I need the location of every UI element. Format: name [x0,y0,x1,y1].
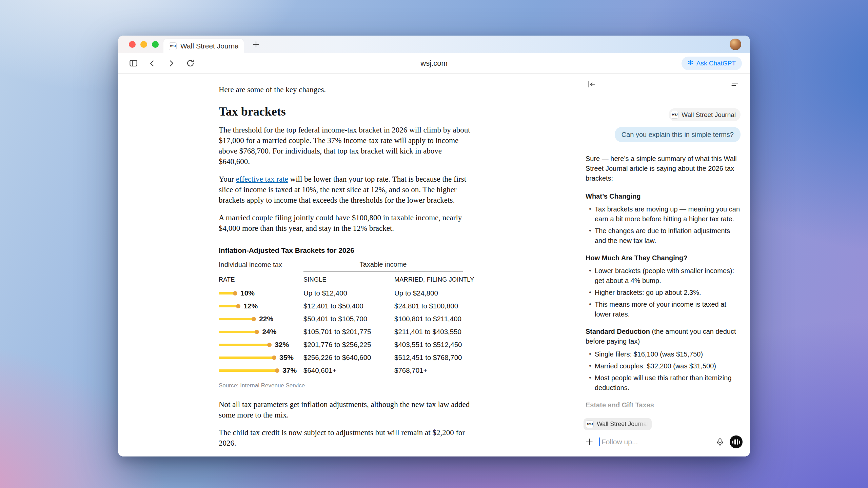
group-label-taxable-income: Taxable income [303,261,463,272]
group-label-individual: Individual income tax [219,261,303,272]
bullet-item: Higher brackets: go up about 2.3%. [586,288,741,298]
sidebar-header [576,74,750,95]
zoom-window-button[interactable] [152,41,159,48]
rate-bar [219,305,237,307]
article-paragraph: Here are some of the key changes. [219,84,470,95]
rate-cell: 22% [219,315,303,323]
bullet-item: This means more of your income is taxed … [586,300,741,319]
married-range: $768,701+ [394,366,470,374]
tax-brackets-table: Inflation-Adjusted Tax Brackets for 2026… [219,246,470,389]
rate-cell: 35% [219,353,303,362]
bullet-list: Estate tax exclusion: $15 million (up fr… [586,413,741,417]
rate-dot [275,368,279,373]
sidebar-menu-icon[interactable] [728,77,742,91]
answer-section: Standard Deduction (the amount you can d… [586,327,741,393]
section-heading: Standard Deduction [586,328,650,335]
rate-dot [236,304,240,308]
address-bar[interactable]: wsj.com [420,59,447,68]
article-paragraph: Not all tax parameters get inflation adj… [219,399,470,420]
bullet-text: Married couples: $32,200 (was $31,500) [595,361,741,371]
followup-input[interactable]: Follow up... [599,438,710,446]
article-paragraph: The child tax credit is now subject to a… [219,427,470,448]
forward-icon[interactable] [164,56,178,70]
sidebar-toggle-icon[interactable] [126,56,140,70]
navigation-icons [126,56,197,70]
paragraph-text: Your [219,175,236,183]
rate-label: 12% [243,302,258,310]
bullet-item: Lower brackets (people with smaller inco… [586,266,741,286]
reload-icon[interactable] [183,56,197,70]
bullet-item: Most people will use this rather than it… [586,373,741,393]
chatgpt-sidebar: WSJ Wall Street Journal Can you explain … [576,74,750,456]
microphone-icon[interactable] [714,436,726,448]
table-row: 22% $50,401 to $105,700 $100,801 to $211… [219,312,470,325]
single-range: $201,776 to $256,225 [303,341,394,349]
section-heading: How Much Are They Changing? [586,254,687,262]
article-paragraph: A married couple filing jointly could ha… [219,212,470,233]
chatgpt-icon [688,60,693,67]
close-window-button[interactable] [129,41,136,48]
profile-avatar[interactable] [730,39,741,50]
rate-label: 37% [282,366,297,374]
new-tab-button[interactable] [249,38,263,51]
rate-bar [219,369,276,372]
rate-label: 35% [279,353,294,362]
single-range: $256,226 to $640,600 [303,353,394,362]
tab-title: Wall Street Journal [180,42,238,50]
rate-dot [255,330,259,334]
table-row: 10% Up to $12,400 Up to $24,800 [219,287,470,300]
user-message-bubble: Can you explain this in simple terms? [615,127,741,142]
rate-bar [219,292,234,294]
composer-chip-label: Wall Street Journal [597,421,648,428]
chat-transcript: WSJ Wall Street Journal Can you explain … [576,95,750,417]
attach-plus-icon[interactable] [584,436,595,448]
single-range: Up to $12,400 [303,289,394,297]
rate-label: 24% [262,328,276,336]
text-cursor [599,438,600,446]
bullet-list: Single filers: $16,100 (was $15,750)Marr… [586,349,741,393]
assistant-sections: What’s Changing Tax brackets are moving … [586,191,741,417]
table-row: 37% $640,601+ $768,701+ [219,364,470,377]
rate-cell: 12% [219,302,303,310]
ask-chatgpt-button[interactable]: Ask ChatGPT [682,57,742,70]
rate-cell: 10% [219,289,303,297]
rate-cell: 32% [219,341,303,349]
effective-tax-rate-link[interactable]: effective tax rate [236,175,288,183]
rate-label: 10% [240,289,255,297]
married-range: $403,551 to $512,450 [394,341,470,349]
rate-bar [219,357,273,359]
rate-dot [252,317,256,321]
table-row: 32% $201,776 to $256,225 $403,551 to $51… [219,338,470,351]
rate-dot [267,343,272,347]
composer-context-chip[interactable]: WSJ Wall Street Journal [584,418,652,430]
rate-bar [219,318,253,320]
voice-mode-button[interactable] [730,435,743,448]
browser-tab-wsj[interactable]: WSJ Wall Street Journal [163,39,244,53]
rate-bar [219,331,256,333]
window-content: Here are some of the key changes. Tax br… [118,74,750,456]
window-controls [129,41,159,48]
wsj-favicon-icon: WSJ [671,111,678,119]
single-range: $12,401 to $50,400 [303,302,394,310]
answer-section: How Much Are They Changing? Lower bracke… [586,253,741,319]
assistant-intro: Sure — here’s a simple summary of what t… [586,154,741,183]
rate-cell: 37% [219,366,303,374]
waveform-icon [737,439,738,445]
source-context-chip[interactable]: WSJ Wall Street Journal [669,108,741,121]
rate-cell: 24% [219,328,303,336]
section-heading-row: Estate and Gift Taxes [586,400,741,410]
single-range: $640,601+ [303,366,394,374]
bullet-text: Estate tax exclusion: $15 million (up fr… [595,413,741,417]
bullet-text: Lower brackets (people with smaller inco… [595,266,741,286]
collapse-sidebar-icon[interactable] [584,77,598,91]
married-range: Up to $24,800 [394,289,470,297]
rate-label: 22% [259,315,273,323]
section-heading-row: How Much Are They Changing? [586,253,741,263]
article-heading-tax-brackets: Tax brackets [219,104,470,119]
browser-window: WSJ Wall Street Journal [118,36,750,456]
column-header-rate: RATE [219,276,303,283]
minimize-window-button[interactable] [140,41,147,48]
article-pane: Here are some of the key changes. Tax br… [118,74,576,456]
article-paragraph: The threshold for the top federal income… [219,125,470,167]
back-icon[interactable] [145,56,159,70]
